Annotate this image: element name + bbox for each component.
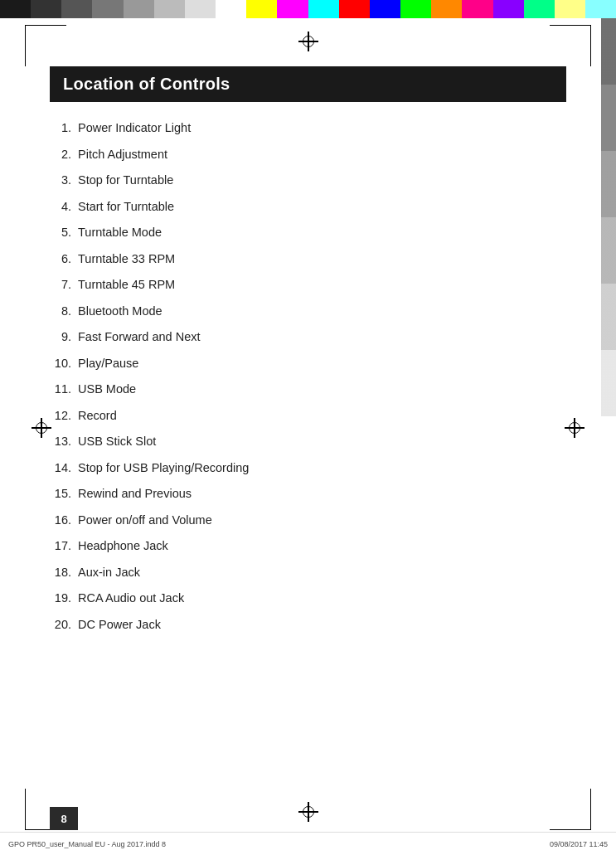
color-swatch-light-cyan xyxy=(585,0,616,18)
color-swatch-yellow xyxy=(246,0,277,18)
color-bar xyxy=(0,0,616,18)
color-swatch-gray-1 xyxy=(61,0,92,18)
item-number-20: 20. xyxy=(50,619,78,631)
footer-bar: GPO PR50_user_Manual EU - Aug 2017.indd … xyxy=(0,832,616,855)
item-text-9: Fast Forward and Next xyxy=(78,331,200,343)
list-item: 16.Power on/off and Volume xyxy=(50,514,566,527)
item-text-4: Start for Turntable xyxy=(78,201,174,213)
item-number-3: 3. xyxy=(50,174,78,187)
page-number-box: 8 xyxy=(50,807,78,830)
item-text-6: Turntable 33 RPM xyxy=(78,253,175,265)
color-swatch-white xyxy=(216,0,246,18)
item-text-11: USB Mode xyxy=(78,383,136,396)
list-item: 17.Headphone Jack xyxy=(50,540,566,552)
list-item: 4.Start for Turntable xyxy=(50,201,566,213)
list-item: 13.USB Stick Slot xyxy=(50,435,566,448)
item-number-7: 7. xyxy=(50,279,78,291)
corner-mark-top-right xyxy=(550,25,591,66)
item-number-12: 12. xyxy=(50,410,78,422)
crosshair-top xyxy=(298,32,318,51)
controls-list: 1.Power Indicator Light2.Pitch Adjustmen… xyxy=(50,122,566,630)
list-item: 1.Power Indicator Light xyxy=(50,122,566,134)
item-text-12: Record xyxy=(78,410,117,422)
item-text-10: Play/Pause xyxy=(78,357,138,370)
item-number-13: 13. xyxy=(50,435,78,448)
page-title: Location of Controls xyxy=(63,75,553,94)
footer-right: 09/08/2017 11:45 xyxy=(550,840,608,848)
color-swatch-pink xyxy=(462,0,492,18)
color-swatch-red xyxy=(339,0,370,18)
item-number-16: 16. xyxy=(50,514,78,527)
list-item: 3.Stop for Turntable xyxy=(50,174,566,187)
title-bar: Location of Controls xyxy=(50,66,566,102)
item-number-10: 10. xyxy=(50,357,78,370)
color-swatch-black xyxy=(0,0,31,18)
item-number-11: 11. xyxy=(50,383,78,396)
item-text-2: Pitch Adjustment xyxy=(78,148,167,161)
item-number-19: 19. xyxy=(50,592,78,605)
color-swatch-orange xyxy=(431,0,462,18)
crosshair-left xyxy=(32,418,51,438)
list-item: 8.Bluetooth Mode xyxy=(50,305,566,318)
item-text-3: Stop for Turntable xyxy=(78,174,173,187)
list-item: 5.Turntable Mode xyxy=(50,226,566,239)
item-number-1: 1. xyxy=(50,122,78,134)
list-item: 2.Pitch Adjustment xyxy=(50,148,566,161)
list-item: 18.Aux-in Jack xyxy=(50,566,566,579)
item-number-8: 8. xyxy=(50,305,78,318)
list-item: 14.Stop for USB Playing/Recording xyxy=(50,462,566,474)
list-item: 7.Turntable 45 RPM xyxy=(50,279,566,291)
main-content: Location of Controls 1.Power Indicator L… xyxy=(50,66,566,805)
list-item: 19.RCA Audio out Jack xyxy=(50,592,566,605)
item-text-5: Turntable Mode xyxy=(78,226,162,239)
item-number-4: 4. xyxy=(50,201,78,213)
color-swatch-magenta xyxy=(277,0,308,18)
color-swatch-blue xyxy=(370,0,400,18)
list-item: 11.USB Mode xyxy=(50,383,566,396)
color-swatch-dark-gray xyxy=(31,0,61,18)
list-item: 6.Turntable 33 RPM xyxy=(50,253,566,265)
item-number-6: 6. xyxy=(50,253,78,265)
item-text-15: Rewind and Previous xyxy=(78,488,192,500)
color-swatch-gray-3 xyxy=(124,0,154,18)
list-item: 10.Play/Pause xyxy=(50,357,566,370)
footer-left: GPO PR50_user_Manual EU - Aug 2017.indd … xyxy=(8,840,166,848)
item-number-2: 2. xyxy=(50,148,78,161)
item-text-20: DC Power Jack xyxy=(78,619,161,631)
item-text-17: Headphone Jack xyxy=(78,540,168,552)
color-swatch-green xyxy=(400,0,431,18)
item-text-13: USB Stick Slot xyxy=(78,435,156,448)
item-text-8: Bluetooth Mode xyxy=(78,305,162,318)
item-number-5: 5. xyxy=(50,226,78,239)
item-number-17: 17. xyxy=(50,540,78,552)
color-swatch-gray-5 xyxy=(185,0,216,18)
list-item: 20.DC Power Jack xyxy=(50,619,566,631)
color-swatch-gray-4 xyxy=(154,0,185,18)
item-text-18: Aux-in Jack xyxy=(78,566,140,579)
crosshair-right xyxy=(565,418,584,438)
list-item: 9.Fast Forward and Next xyxy=(50,331,566,343)
corner-mark-top-left xyxy=(25,25,66,66)
color-swatch-gray-2 xyxy=(92,0,123,18)
item-text-16: Power on/off and Volume xyxy=(78,514,212,527)
page-number: 8 xyxy=(61,813,66,825)
color-swatch-mint xyxy=(524,0,555,18)
item-number-9: 9. xyxy=(50,331,78,343)
item-text-14: Stop for USB Playing/Recording xyxy=(78,462,249,474)
item-text-19: RCA Audio out Jack xyxy=(78,592,184,605)
list-item: 15.Rewind and Previous xyxy=(50,488,566,500)
right-edge-strip xyxy=(601,18,616,449)
color-swatch-light-yellow xyxy=(555,0,585,18)
item-text-7: Turntable 45 RPM xyxy=(78,279,175,291)
item-text-1: Power Indicator Light xyxy=(78,122,191,134)
item-number-14: 14. xyxy=(50,462,78,474)
item-number-15: 15. xyxy=(50,488,78,500)
color-swatch-purple xyxy=(493,0,524,18)
list-item: 12.Record xyxy=(50,410,566,422)
item-number-18: 18. xyxy=(50,566,78,579)
color-swatch-cyan xyxy=(308,0,339,18)
